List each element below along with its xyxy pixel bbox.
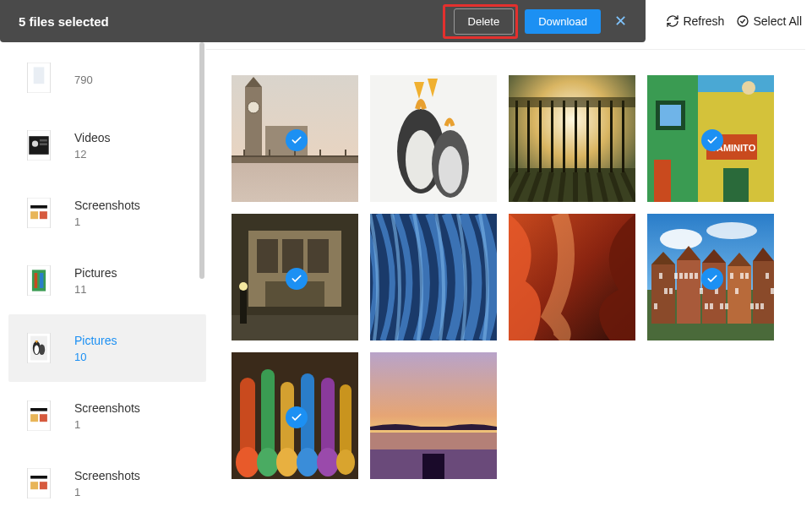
- folder-thumb-icon: [20, 59, 57, 96]
- svg-rect-69: [509, 97, 635, 107]
- folder-count: 1: [74, 486, 140, 498]
- sidebar: 790 Videos 12 Screenshots 1 Pictures 11 …: [0, 42, 206, 512]
- svg-rect-58: [622, 101, 624, 172]
- svg-rect-120: [730, 273, 733, 279]
- svg-rect-6: [40, 139, 47, 142]
- svg-rect-147: [422, 454, 444, 479]
- svg-point-142: [336, 449, 355, 475]
- folder-info: 790: [74, 70, 93, 86]
- svg-rect-2: [34, 67, 45, 84]
- svg-point-44: [406, 130, 436, 189]
- svg-point-20: [39, 345, 45, 356]
- svg-rect-107: [664, 288, 668, 294]
- refresh-icon: [666, 14, 679, 28]
- photo-blue-fabric[interactable]: [370, 214, 497, 340]
- sidebar-item-3[interactable]: Pictures 11: [8, 247, 206, 314]
- svg-rect-50: [527, 101, 530, 172]
- svg-rect-123: [745, 273, 749, 279]
- sidebar-item-4[interactable]: Pictures 10: [8, 314, 206, 382]
- svg-rect-97: [677, 260, 700, 324]
- svg-line-63: [560, 172, 564, 202]
- folder-info: Screenshots 1: [74, 401, 140, 431]
- svg-rect-84: [308, 239, 329, 273]
- photo-grid: CAMINITO: [232, 75, 788, 479]
- svg-rect-122: [740, 273, 744, 279]
- photo-caminito[interactable]: CAMINITO: [647, 75, 774, 202]
- svg-rect-87: [240, 290, 247, 324]
- selected-check-icon: [286, 406, 308, 428]
- photo-bigben[interactable]: [232, 75, 358, 202]
- download-button[interactable]: Download: [525, 9, 601, 34]
- sidebar-item-6[interactable]: Screenshots 1: [8, 449, 206, 512]
- folder-info: Screenshots 1: [74, 199, 140, 228]
- folder-info: Videos 12: [74, 131, 111, 161]
- svg-point-92: [660, 229, 702, 249]
- svg-point-19: [35, 345, 39, 354]
- svg-rect-31: [245, 87, 262, 160]
- close-icon[interactable]: ✕: [601, 12, 634, 30]
- svg-rect-105: [654, 303, 657, 309]
- sidebar-item-5[interactable]: Screenshots 1: [8, 382, 206, 449]
- photo-trees[interactable]: [509, 75, 635, 202]
- sidebar-item-1[interactable]: Videos 12: [8, 112, 206, 179]
- photo-hookah[interactable]: [232, 352, 358, 479]
- svg-point-46: [439, 146, 462, 193]
- svg-rect-51: [539, 101, 542, 172]
- svg-point-134: [257, 448, 279, 477]
- svg-rect-145: [370, 433, 497, 449]
- refresh-button[interactable]: Refresh: [666, 14, 724, 28]
- sidebar-item-0[interactable]: 790: [8, 44, 206, 112]
- folder-name: Pictures: [74, 266, 117, 280]
- folder-thumb-icon: [20, 397, 57, 434]
- svg-rect-76: [660, 105, 681, 126]
- svg-rect-11: [40, 211, 47, 219]
- photo-amsterdam[interactable]: [647, 214, 774, 340]
- svg-point-0: [738, 16, 748, 26]
- svg-rect-109: [674, 273, 678, 279]
- photo-image: [509, 75, 635, 202]
- svg-rect-82: [257, 239, 278, 273]
- svg-point-88: [239, 282, 248, 291]
- svg-rect-7: [40, 143, 47, 145]
- photo-image: [370, 75, 497, 202]
- photo-sunset-lake[interactable]: [370, 352, 497, 479]
- toolbar: Refresh Select All: [646, 0, 812, 42]
- svg-point-132: [236, 447, 259, 477]
- folder-name: Videos: [74, 131, 111, 144]
- svg-rect-57: [610, 101, 613, 172]
- select-all-label: Select All: [753, 14, 802, 28]
- svg-point-93: [706, 222, 757, 239]
- select-all-button[interactable]: Select All: [736, 14, 802, 28]
- sidebar-item-2[interactable]: Screenshots 1: [8, 179, 206, 247]
- selected-check-icon: [286, 268, 308, 290]
- delete-button[interactable]: Delete: [454, 8, 515, 35]
- svg-rect-115: [705, 303, 708, 309]
- photo-copenhagen[interactable]: [232, 214, 358, 340]
- scrollbar[interactable]: [199, 42, 204, 279]
- selected-check-icon: [701, 268, 723, 290]
- photo-penguins[interactable]: [370, 75, 497, 202]
- svg-point-138: [297, 448, 319, 477]
- svg-line-65: [587, 172, 591, 202]
- folder-info: Pictures 11: [74, 266, 117, 296]
- refresh-label: Refresh: [683, 14, 724, 28]
- svg-rect-146: [370, 427, 497, 430]
- delete-button-highlight: Delete: [443, 4, 519, 39]
- folder-thumb-icon: [20, 194, 57, 231]
- svg-rect-52: [551, 101, 553, 172]
- folder-thumb-icon: [20, 465, 57, 502]
- svg-rect-26: [30, 476, 47, 479]
- selected-count: 5 files selected: [19, 14, 443, 29]
- svg-point-79: [742, 81, 755, 95]
- photo-canyon[interactable]: [509, 214, 635, 340]
- folder-thumb-icon: [20, 262, 57, 299]
- svg-rect-128: [771, 288, 774, 294]
- svg-point-5: [32, 141, 38, 147]
- svg-rect-116: [710, 303, 713, 309]
- svg-rect-118: [720, 303, 723, 309]
- svg-rect-124: [750, 303, 754, 309]
- svg-rect-13: [32, 270, 46, 291]
- svg-rect-55: [586, 101, 589, 172]
- folder-count: 10: [74, 351, 117, 363]
- svg-rect-22: [30, 408, 47, 411]
